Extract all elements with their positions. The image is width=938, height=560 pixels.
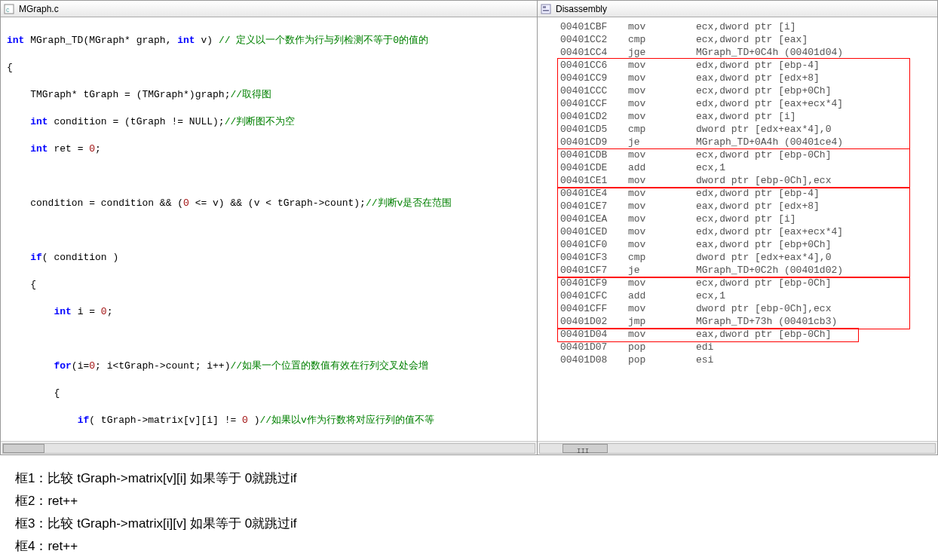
ide-window: c MGraph.c int MGraph_TD(MGraph* graph, … (0, 0, 938, 455)
code-line: int MGraph_TD(MGraph* graph, int v) // 定… (7, 34, 531, 47)
disasm-arg: MGraph_TD+0C2h (00401d02) (696, 264, 933, 277)
disasm-op: je (628, 136, 696, 148)
code-line: { (7, 278, 531, 292)
disasm-addr: 00401CF7 (560, 264, 628, 277)
annotation-line: 框1：比较 tGraph->matrix[v][i] 如果等于 0就跳过if (15, 467, 923, 490)
disasm-op: mov (628, 302, 696, 315)
disasm-line[interactable]: 00401CD5cmpdword ptr [edx+eax*4],0 (560, 123, 933, 136)
disasm-addr: 00401D04 (560, 328, 628, 341)
disasm-op: mov (628, 59, 696, 72)
disasm-op: pop (628, 353, 696, 366)
disasm-addr: 00401CEA (560, 213, 628, 225)
disasm-addr: 00401CDB (560, 148, 628, 161)
code-line: if( condition ) (7, 251, 531, 265)
code-line: if( tGraph->matrix[v][i] != 0 )//如果以v作为行… (7, 414, 531, 427)
disasm-addr: 00401CF0 (560, 238, 628, 251)
annotation-text: 框1：比较 tGraph->matrix[v][i] 如果等于 0就跳过if 框… (0, 455, 938, 560)
disasm-addr: 00401CED (560, 225, 628, 238)
disasm-line[interactable]: 00401D08popesi (560, 353, 933, 366)
disasm-line[interactable]: 00401D07popedi (560, 341, 933, 353)
disasm-line[interactable]: 00401CE1movdword ptr [ebp-0Ch],ecx (560, 174, 933, 187)
disasm-arg: ecx,1 (696, 161, 933, 174)
disasm-arg: eax,dword ptr [edx+8] (696, 72, 933, 84)
disasm-op: cmp (628, 123, 696, 136)
disasm-line[interactable]: 00401CF0moveax,dword ptr [ebp+0Ch] (560, 238, 933, 251)
code-line (7, 332, 531, 346)
disasm-line[interactable]: 00401CBFmovecx,dword ptr [i] (560, 20, 933, 33)
disasm-line[interactable]: 00401CE7moveax,dword ptr [edx+8] (560, 200, 933, 213)
disasm-h-scrollbar[interactable]: III (538, 441, 937, 454)
disasm-addr: 00401CD5 (560, 123, 628, 136)
disasm-arg: ecx,dword ptr [ebp-0Ch] (696, 277, 933, 289)
disasm-icon (541, 4, 551, 14)
svg-text:c: c (6, 6, 10, 14)
disasm-line[interactable]: 00401CF3cmpdword ptr [edx+eax*4],0 (560, 251, 933, 264)
disasm-addr: 00401CC6 (560, 59, 628, 72)
code-line: int i = 0; (7, 305, 531, 319)
disasm-line[interactable]: 00401CEAmovecx,dword ptr [i] (560, 213, 933, 225)
code-line: for(i=0; i<tGraph->count; i++)//如果一个位置的数… (7, 360, 531, 373)
disasm-line[interactable]: 00401CDEaddecx,1 (560, 161, 933, 174)
disasm-line[interactable]: 00401CE4movedx,dword ptr [ebp-4] (560, 187, 933, 200)
annotation-line: 框4：ret++ (15, 535, 923, 558)
disasm-addr: 00401CDE (560, 161, 628, 174)
source-tab-title: MGraph.c (19, 4, 59, 14)
disasm-arg: ecx,dword ptr [eax] (696, 33, 933, 46)
scroll-thumb[interactable]: III (562, 444, 608, 453)
svg-rect-2 (541, 5, 550, 14)
disasm-addr: 00401CD2 (560, 110, 628, 123)
disasm-op: mov (628, 110, 696, 123)
disasm-line[interactable]: 00401D02jmpMGraph_TD+73h (00401cb3) (560, 315, 933, 328)
disasm-tab-bar[interactable]: Disassembly (538, 1, 937, 17)
disasm-arg: dword ptr [edx+eax*4],0 (696, 123, 933, 136)
disasm-arg: edx,dword ptr [ebp-4] (696, 59, 933, 72)
disasm-line[interactable]: 00401CEDmovedx,dword ptr [eax+ecx*4] (560, 225, 933, 238)
disasm-op: mov (628, 225, 696, 238)
annotation-line: 框3：比较 tGraph->matrix[i][v] 如果等于 0就跳过if (15, 513, 923, 535)
disasm-arg: eax,dword ptr [i] (696, 110, 933, 123)
disasm-pane: Disassembly 00401CBFmovecx,dword ptr [i]… (538, 1, 937, 454)
disasm-line[interactable]: 00401CC2cmpecx,dword ptr [eax] (560, 33, 933, 46)
code-line (7, 224, 531, 237)
disasm-addr: 00401D07 (560, 341, 628, 353)
disasm-op: je (628, 264, 696, 277)
disasm-addr: 00401CCC (560, 84, 628, 97)
disasm-arg: ecx,1 (696, 289, 933, 302)
disasm-line[interactable]: 00401CFCaddecx,1 (560, 289, 933, 302)
disassembly-listing[interactable]: 00401CBFmovecx,dword ptr [i]00401CC2cmpe… (538, 17, 937, 441)
disasm-line[interactable]: 00401CD2moveax,dword ptr [i] (560, 110, 933, 123)
disasm-line[interactable]: 00401CFFmovdword ptr [ebp-0Ch],ecx (560, 302, 933, 315)
code-line (7, 170, 531, 183)
disasm-arg: dword ptr [ebp-0Ch],ecx (696, 174, 933, 187)
disasm-line[interactable]: 00401CD9jeMGraph_TD+0A4h (00401ce4) (560, 136, 933, 148)
disasm-arg: ecx,dword ptr [ebp-0Ch] (696, 148, 933, 161)
disasm-op: mov (628, 72, 696, 84)
disasm-line[interactable]: 00401CCFmovedx,dword ptr [eax+ecx*4] (560, 97, 933, 110)
disasm-addr: 00401CC9 (560, 72, 628, 84)
disasm-line[interactable]: 00401CF7jeMGraph_TD+0C2h (00401d02) (560, 264, 933, 277)
disasm-arg: eax,dword ptr [ebp+0Ch] (696, 238, 933, 251)
disasm-addr: 00401CF3 (560, 251, 628, 264)
disasm-op: add (628, 161, 696, 174)
disasm-line[interactable]: 00401CC4jgeMGraph_TD+0C4h (00401d04) (560, 46, 933, 59)
disasm-addr: 00401CC4 (560, 46, 628, 59)
disasm-line[interactable]: 00401CF9movecx,dword ptr [ebp-0Ch] (560, 277, 933, 289)
disasm-line[interactable]: 00401CC6movedx,dword ptr [ebp-4] (560, 59, 933, 72)
disasm-line[interactable]: 00401D04moveax,dword ptr [ebp-0Ch] (560, 328, 933, 341)
source-h-scrollbar[interactable] (1, 441, 537, 454)
disasm-addr: 00401CFC (560, 289, 628, 302)
disasm-op: mov (628, 97, 696, 110)
disasm-op: mov (628, 238, 696, 251)
source-tab-bar[interactable]: c MGraph.c (1, 1, 537, 17)
svg-rect-4 (543, 10, 549, 11)
disasm-arg: ecx,dword ptr [i] (696, 20, 933, 33)
disasm-arg: eax,dword ptr [edx+8] (696, 200, 933, 213)
disasm-addr: 00401CFF (560, 302, 628, 315)
disasm-line[interactable]: 00401CC9moveax,dword ptr [edx+8] (560, 72, 933, 84)
disasm-line[interactable]: 00401CCCmovecx,dword ptr [ebp+0Ch] (560, 84, 933, 97)
source-pane: c MGraph.c int MGraph_TD(MGraph* graph, … (1, 1, 538, 454)
disasm-line[interactable]: 00401CDBmovecx,dword ptr [ebp-0Ch] (560, 148, 933, 161)
disasm-addr: 00401CE7 (560, 200, 628, 213)
source-code[interactable]: int MGraph_TD(MGraph* graph, int v) // 定… (1, 17, 537, 441)
disasm-op: mov (628, 148, 696, 161)
